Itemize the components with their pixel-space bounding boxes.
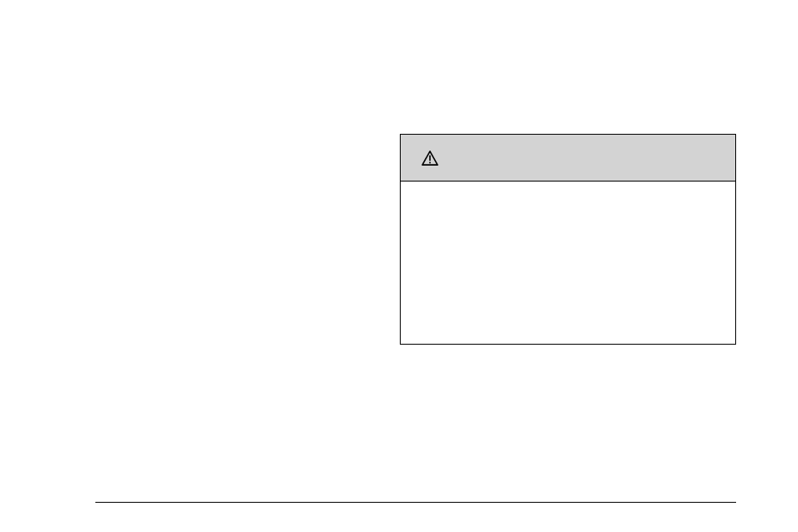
caution-header bbox=[401, 135, 735, 182]
warning-triangle-icon bbox=[421, 150, 439, 166]
footer-divider bbox=[95, 502, 736, 503]
caution-box bbox=[400, 134, 736, 345]
svg-point-1 bbox=[429, 161, 431, 163]
caution-body bbox=[401, 182, 735, 202]
